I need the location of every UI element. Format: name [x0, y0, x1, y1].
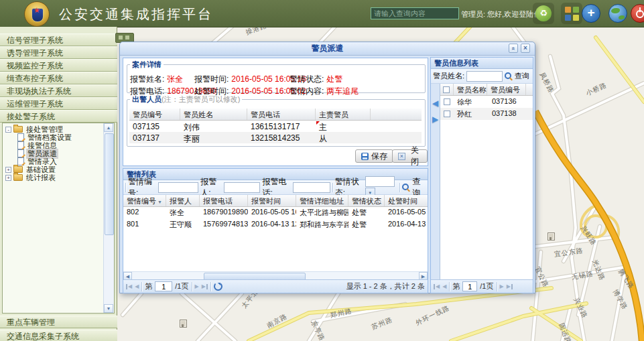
page-icon — [17, 149, 24, 157]
col-header-sorted[interactable]: 警情编号▼ — [123, 195, 166, 206]
first-page-button[interactable]: ◀ — [434, 283, 440, 289]
scroll-down-icon[interactable]: ▼ — [104, 304, 113, 313]
col-header — [526, 84, 533, 95]
header-search-input[interactable] — [371, 7, 459, 19]
officer-row[interactable]: 孙红 037138 — [440, 108, 533, 120]
officer-row[interactable]: 徐华 037136 — [440, 96, 533, 108]
add-button[interactable]: + — [582, 4, 600, 23]
scroll-up-icon[interactable]: ▲ — [104, 123, 113, 132]
grid-cell: 刘伟 — [180, 121, 247, 132]
recycle-refresh-icon[interactable]: ♻ — [533, 3, 554, 24]
grid-cell: 处警 — [348, 218, 385, 230]
app-root: 凤桥路 小桥路 操港路 兴旺路 宜公东路 宜公路 无锡路 光达路 腾飞路 博学路… — [0, 0, 644, 341]
building-icon — [548, 232, 555, 241]
alert-pager: ◀ ◀ 第 /1页 ▶ ▶ 显示 1 - 2 条，共计 2 条 — [123, 279, 428, 293]
expand-toggle-icon[interactable]: + — [5, 175, 11, 181]
dispatch-row[interactable]: 037137 李丽 13215814235 从 — [129, 132, 422, 143]
col-header[interactable]: 警情详细地址 — [296, 195, 348, 206]
alert-list-panel: 警情列表 警情编号: 报警人: 报警电话: 警情状态: ▼ 查询 警情编号▼ 报… — [123, 168, 428, 293]
collapse-toggle-icon[interactable]: - — [5, 127, 11, 133]
row-checkbox[interactable] — [444, 98, 450, 105]
dispatch-row[interactable]: 037135 刘伟 13615131717 主 — [129, 121, 422, 132]
sidebar-item-signal-mgmt[interactable]: 信号管理子系统 — [0, 33, 117, 46]
tree-folder-statistics[interactable]: +统计报表 — [5, 174, 57, 182]
sidebar-item-guidance-mgmt[interactable]: 诱导管理子系统 — [0, 46, 117, 59]
tree-scrollbar[interactable]: ▲ ▼ — [103, 123, 114, 313]
close-window-button[interactable]: × — [521, 44, 530, 53]
alert-id-input[interactable] — [158, 182, 198, 193]
first-page-button[interactable]: ◀ — [126, 283, 132, 289]
grid-cell-editable[interactable]: 从 — [316, 132, 371, 143]
officer-search-button[interactable]: 查询 — [515, 71, 529, 81]
expand-toggle-icon[interactable]: + — [5, 167, 11, 173]
sidebar-item-patrol-control[interactable]: 缉查布控子系统 — [0, 72, 117, 84]
col-header[interactable]: 报警电话 — [200, 195, 248, 206]
row-checkbox[interactable] — [444, 111, 450, 117]
sidebar-item-dispatch-system[interactable]: 接处警子系统 — [0, 110, 117, 123]
power-button[interactable] — [631, 4, 644, 23]
transfer-left-icon[interactable]: ◀ — [431, 98, 440, 108]
sidebar-item-ops-mgmt[interactable]: 运维管理子系统 — [0, 97, 117, 110]
scrollbar-thumb[interactable] — [105, 133, 114, 235]
toolbar-separator — [192, 282, 192, 291]
badge-star-icon: ★ — [25, 7, 49, 14]
caller-name-input[interactable] — [224, 182, 260, 193]
prev-page-button[interactable]: ◀ — [135, 283, 139, 289]
col-header[interactable]: 警员电话 — [247, 109, 316, 120]
next-page-button[interactable]: ▶ — [500, 283, 504, 289]
dispatch-tree-panel: -接处警管理 警情档案设置 接警信息 警员派遣 警情录入 +基础设置 +统计报表… — [2, 123, 115, 314]
select-all-checkbox[interactable] — [443, 86, 450, 93]
page-number-input[interactable] — [155, 281, 172, 291]
save-button[interactable]: 保存 — [355, 149, 393, 163]
col-header[interactable]: 警员名称 — [454, 84, 487, 95]
col-header[interactable]: 警员编号 — [129, 109, 180, 120]
officer-list-title: 警员信息列表 — [431, 58, 533, 69]
window-titlebar[interactable]: 警员派遣 « × — [120, 42, 535, 56]
sidebar-item-key-vehicles[interactable]: 重点车辆管理 — [0, 316, 117, 328]
page-number-input[interactable] — [462, 281, 477, 291]
officer-pager: ◀ ◀ 第 /1页 ▶ ▶ — [431, 279, 533, 293]
next-page-button[interactable]: ▶ — [195, 283, 199, 289]
page-icon — [17, 133, 24, 141]
alert-row[interactable]: 801 王守顺 15769974813 2016-04-13 12:... 郑和… — [123, 218, 428, 230]
sort-desc-icon: ▼ — [157, 200, 162, 204]
alert-grid-header: 警情编号▼ 报警人 报警电话 报警时间 警情详细地址 警情状态 处警时间 — [123, 195, 428, 207]
col-header[interactable]: 处警时间 — [385, 195, 428, 206]
col-header[interactable]: 警情状态 — [348, 195, 385, 206]
grid-cell-editable[interactable]: 主 — [316, 121, 371, 132]
col-header[interactable]: 警员姓名 — [180, 109, 247, 120]
field-caller-name: 报警姓名:张全 — [130, 74, 183, 85]
caller-phone-input[interactable] — [293, 182, 330, 193]
sidebar-item-traffic-info-collect[interactable]: 交通信息采集子系统 — [0, 330, 117, 341]
building-icon — [180, 320, 187, 328]
sidebar-item-offsite-enforce[interactable]: 非现场执法子系统 — [0, 84, 117, 97]
grid-cell: 太平北路与柳园路... — [296, 206, 348, 218]
close-button[interactable]: ×关闭 — [392, 149, 428, 163]
last-page-button[interactable]: ▶ — [507, 283, 513, 289]
col-header[interactable]: 主责警员 — [316, 109, 371, 120]
window-title: 警员派遣 — [312, 44, 344, 53]
sidebar-item-video-monitor[interactable]: 视频监控子系统 — [0, 59, 117, 72]
refresh-icon[interactable] — [214, 282, 222, 291]
dispatch-legend: 出警人员(注：主责警员可以修改) — [130, 94, 242, 105]
grid-cell: 王守顺 — [166, 218, 200, 230]
status-combo-input[interactable] — [365, 176, 395, 187]
prev-page-button[interactable]: ◀ — [442, 283, 446, 289]
grid-cell: 037138 — [489, 108, 529, 120]
col-header[interactable]: 报警人 — [166, 195, 200, 206]
folder-icon — [13, 174, 23, 181]
select-all-header[interactable] — [440, 84, 454, 95]
col-header[interactable]: 警员编号 — [487, 84, 526, 95]
transfer-right-icon[interactable]: ▶ — [431, 115, 440, 124]
officer-list-panel: 警员信息列表 警员姓名: 查询 ◀ ▶ 警员名称 警员编号 — [430, 57, 533, 293]
grid-cell: 13615131717 — [247, 121, 316, 132]
apps-grid-icon[interactable] — [561, 3, 582, 24]
grid-cell: 2016-04-13 00:04... — [385, 218, 428, 230]
alert-row[interactable]: 802 张全 18679019890 2016-05-05 16:... 太平北… — [123, 206, 428, 218]
globe-icon[interactable] — [608, 4, 627, 23]
last-page-button[interactable]: ▶ — [202, 283, 208, 289]
collapse-window-button[interactable]: « — [509, 44, 518, 53]
col-header[interactable]: 报警时间 — [248, 195, 296, 206]
toolbar-separator — [332, 183, 333, 192]
officer-name-input[interactable] — [466, 71, 503, 82]
